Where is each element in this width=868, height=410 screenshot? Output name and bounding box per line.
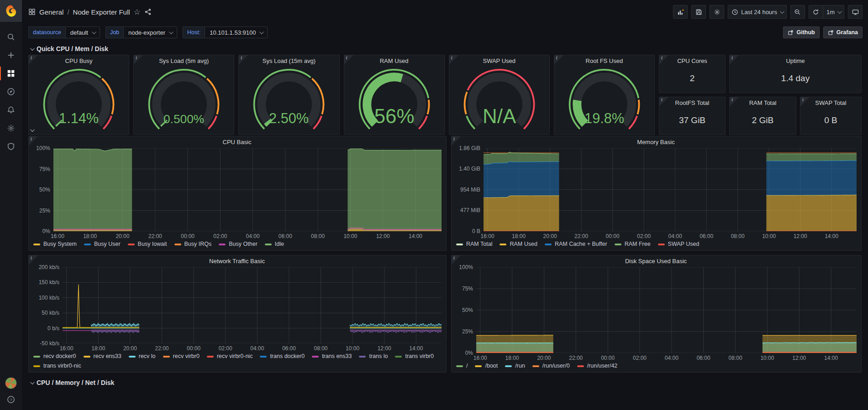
panel-title[interactable]: CPU Basic xyxy=(32,136,442,148)
legend-item[interactable]: trans virbr0-nic xyxy=(33,362,81,370)
refresh-button[interactable] xyxy=(809,5,823,19)
legend-item[interactable]: recv lo xyxy=(129,352,156,361)
panel-network-traffic-basic: iNetwork Traffic Basic-50 kb/s0 b/s50 kb… xyxy=(28,255,447,373)
sidebar-item-server-admin[interactable] xyxy=(0,138,22,155)
panel-info-icon[interactable]: i xyxy=(554,55,563,64)
panel-title[interactable]: CPU Cores xyxy=(659,55,725,67)
panel-info-icon[interactable]: i xyxy=(449,55,458,64)
panel-info-icon[interactable]: i xyxy=(659,55,668,64)
help-icon[interactable]: ? xyxy=(5,395,17,404)
legend-item[interactable]: trans docker0 xyxy=(260,352,305,361)
legend-item[interactable]: /boot xyxy=(475,362,498,370)
panel-info-icon[interactable]: i xyxy=(29,255,38,265)
legend-item[interactable]: RAM Free xyxy=(615,240,651,249)
sidebar-item-explore[interactable] xyxy=(0,83,22,100)
panel-info-icon[interactable]: i xyxy=(452,255,461,265)
chevron-down-icon xyxy=(259,30,264,34)
legend-item[interactable]: Busy Iowait xyxy=(128,240,167,249)
variable-value-dropdown[interactable]: node-exporter xyxy=(123,26,177,38)
legend-swatch-icon xyxy=(129,356,136,358)
legend-item[interactable]: Busy System xyxy=(33,240,77,249)
legend-label: trans virbr0-nic xyxy=(43,362,81,370)
legend-item[interactable]: SWAP Used xyxy=(658,240,700,249)
x-tick-label: 06:00 xyxy=(279,233,292,239)
panel-info-icon[interactable]: i xyxy=(659,97,668,106)
grafana-link[interactable]: Grafana xyxy=(823,26,863,38)
panel-title[interactable]: Disk Space Used Basic xyxy=(455,255,857,267)
star-icon[interactable]: ☆ xyxy=(134,8,141,16)
chart-plot-mem[interactable]: 16:0018:0020:0022:0000:0002:0004:0006:00… xyxy=(484,148,857,231)
grafana-logo[interactable] xyxy=(0,0,22,22)
sidebar-item-create[interactable] xyxy=(0,47,22,64)
panel-title[interactable]: SWAP Used xyxy=(449,55,549,67)
panel-info-icon[interactable]: i xyxy=(29,136,38,145)
panel-info-icon[interactable]: i xyxy=(730,97,739,106)
legend-item[interactable]: /run/user/42 xyxy=(577,362,618,370)
panel-info-icon[interactable]: i xyxy=(134,55,143,64)
legend-item[interactable]: RAM Cache + Buffer xyxy=(545,240,607,249)
panel-title[interactable]: RAM Used xyxy=(344,55,444,67)
panel-title[interactable]: CPU Busy xyxy=(29,55,129,67)
save-dashboard-button[interactable] xyxy=(691,5,706,19)
panel-title[interactable]: Root FS Used xyxy=(554,55,654,67)
legend-item[interactable]: Busy IRQs xyxy=(174,240,212,249)
legend-item[interactable]: / xyxy=(456,362,468,370)
legend-item[interactable]: recv docker0 xyxy=(33,352,76,361)
time-range-picker[interactable]: Last 24 hours xyxy=(728,5,787,19)
x-tick-label: 04:00 xyxy=(250,345,264,352)
panel-title[interactable]: Uptime xyxy=(730,55,861,67)
legend-item[interactable]: Busy User xyxy=(84,240,121,249)
panel-info-icon[interactable]: i xyxy=(344,55,353,64)
x-tick-label: 12:00 xyxy=(792,355,806,361)
chart-plot-net[interactable]: 16:0018:0020:0022:0000:0002:0004:0006:00… xyxy=(63,267,442,343)
breadcrumb-section[interactable]: General xyxy=(39,8,63,16)
legend-item[interactable]: /run xyxy=(505,362,525,370)
server-admin-icon xyxy=(7,142,15,151)
sidebar-item-configuration[interactable] xyxy=(0,119,22,137)
legend-item[interactable]: recv virbr0 xyxy=(163,352,200,361)
sidebar-item-dashboards[interactable] xyxy=(0,65,22,82)
zoom-out-button[interactable] xyxy=(790,5,805,19)
legend-item[interactable]: trans ens33 xyxy=(312,352,352,361)
gauge-value: N/A xyxy=(483,105,516,127)
breadcrumb-title[interactable]: Node Exporter Full xyxy=(73,8,130,16)
legend-item[interactable]: trans lo xyxy=(359,352,388,361)
refresh-interval-picker[interactable]: 1m xyxy=(823,5,844,19)
legend-item[interactable]: RAM Used xyxy=(500,240,537,249)
template-variables: datasourcedefaultJobnode-exporterHost:10… xyxy=(28,26,268,38)
share-icon[interactable] xyxy=(144,8,152,16)
variable-value-dropdown[interactable]: default xyxy=(65,26,100,38)
panel-info-icon[interactable]: i xyxy=(800,97,810,106)
panel-title[interactable]: RAM Total xyxy=(730,97,796,109)
panel-title[interactable]: Sys Load (15m avg) xyxy=(239,55,339,67)
row-header-quick[interactable]: Quick CPU / Mem / Disk xyxy=(28,43,862,55)
panel-info-icon[interactable]: i xyxy=(452,136,461,145)
refresh-icon xyxy=(812,9,819,16)
legend-item[interactable]: trans virbr0 xyxy=(395,352,434,361)
dashboard-settings-button[interactable] xyxy=(710,5,724,19)
legend-item[interactable]: Busy Other xyxy=(219,240,258,249)
legend-item[interactable]: recv ens33 xyxy=(84,352,121,361)
add-panel-button[interactable]: + xyxy=(673,5,688,19)
row-header-cpu-memory[interactable]: CPU / Memory / Net / Disk xyxy=(28,377,862,389)
legend-item[interactable]: recv virbr0-nic xyxy=(207,352,253,361)
legend-item[interactable]: /run/user/0 xyxy=(532,362,570,370)
sidebar-item-alerting[interactable] xyxy=(0,101,22,119)
legend-item[interactable]: RAM Total xyxy=(456,240,492,249)
panel-title[interactable]: Network Traffic Basic xyxy=(32,255,442,267)
chart-plot-disk[interactable]: 16:0018:0020:0022:0000:0002:0004:0006:00… xyxy=(476,267,857,353)
user-avatar[interactable] xyxy=(5,377,17,389)
sidebar-item-search[interactable] xyxy=(0,28,22,46)
panel-info-icon[interactable]: i xyxy=(239,55,248,64)
panel-title[interactable]: Sys Load (5m avg) xyxy=(134,55,234,67)
panel-info-icon[interactable]: i xyxy=(29,55,38,64)
panel-title[interactable]: Memory Basic xyxy=(455,136,857,148)
chart-row-2: iNetwork Traffic Basic-50 kb/s0 b/s50 kb… xyxy=(28,255,862,373)
tv-mode-button[interactable] xyxy=(848,5,863,19)
panel-title[interactable]: RootFS Total xyxy=(659,97,725,109)
panel-info-icon[interactable]: i xyxy=(730,55,739,64)
variable-value-dropdown[interactable]: 10.101.1.53:9100 xyxy=(205,26,268,38)
github-link[interactable]: Github xyxy=(783,26,819,38)
legend-item[interactable]: Idle xyxy=(265,240,284,249)
chart-plot-cpu[interactable]: 16:0018:0020:0022:0000:0002:0004:0006:00… xyxy=(53,148,442,231)
